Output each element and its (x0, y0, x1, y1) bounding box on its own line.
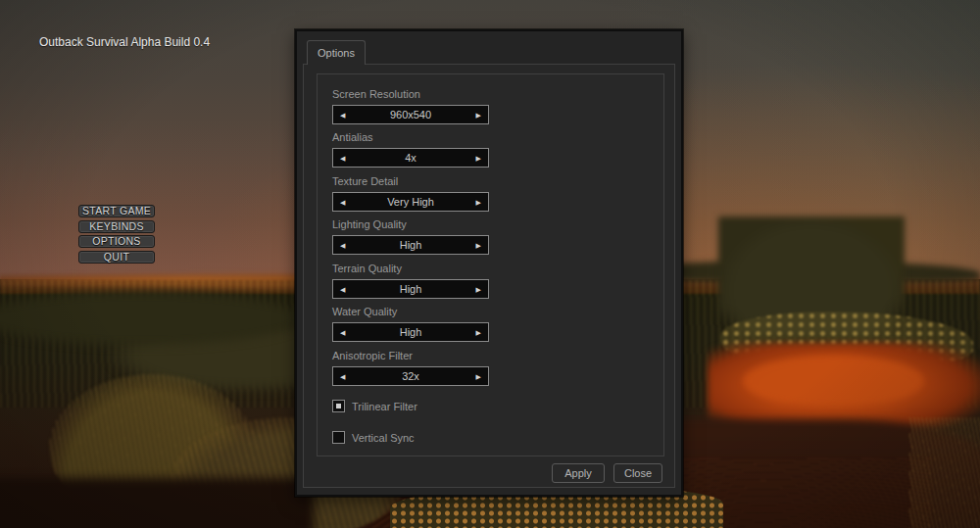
checkbox-label: Trilinear Filter (352, 401, 417, 412)
setting-label: Terrain Quality (332, 263, 489, 275)
water-quality-selector[interactable]: ◀ High ▶ (332, 322, 489, 342)
quit-button[interactable]: QUIT (78, 251, 155, 264)
setting-screen-resolution: Screen Resolution ◀ 960x540 ▶ (332, 88, 489, 124)
setting-water-quality: Water Quality ◀ High ▶ (332, 306, 489, 342)
grass-tussock (49, 374, 255, 521)
chevron-left-icon[interactable]: ◀ (340, 112, 345, 119)
chevron-left-icon[interactable]: ◀ (340, 329, 345, 336)
trilinear-filter-option[interactable]: Trilinear Filter (332, 400, 417, 412)
selector-value: 4x (333, 152, 488, 164)
setting-label: Antialias (332, 131, 489, 144)
grass-clump (0, 292, 304, 345)
selector-value: Very High (333, 196, 488, 208)
chevron-left-icon[interactable]: ◀ (340, 199, 345, 206)
light-foliage (720, 312, 973, 368)
selector-value: High (333, 326, 488, 338)
settings-group-box: Screen Resolution ◀ 960x540 ▶ Antialias … (317, 73, 664, 456)
selector-value: 32x (333, 370, 488, 382)
setting-terrain-quality: Terrain Quality ◀ High ▶ (332, 263, 489, 299)
setting-antialias: Antialias ◀ 4x ▶ (332, 131, 489, 168)
chevron-left-icon[interactable]: ◀ (340, 286, 345, 293)
red-dirt-highlight (743, 356, 924, 407)
vertical-sync-option[interactable]: Vertical Sync (332, 431, 415, 444)
tab-options[interactable]: Options (307, 40, 366, 65)
setting-label: Screen Resolution (332, 88, 489, 101)
main-menu: START GAME KEYBINDS OPTIONS QUIT (78, 205, 155, 265)
antialias-selector[interactable]: ◀ 4x ▶ (332, 148, 489, 168)
setting-label: Water Quality (332, 306, 489, 318)
chevron-right-icon[interactable]: ▶ (476, 155, 481, 162)
apply-button[interactable]: Apply (552, 463, 605, 483)
chevron-left-icon[interactable]: ◀ (340, 155, 345, 162)
vertical-sync-checkbox[interactable] (332, 431, 345, 444)
setting-lighting-quality: Lighting Quality ◀ High ▶ (332, 218, 489, 255)
options-button[interactable]: OPTIONS (78, 235, 155, 248)
chevron-right-icon[interactable]: ▶ (476, 242, 481, 249)
start-game-button[interactable]: START GAME (78, 205, 155, 217)
checkbox-label: Vertical Sync (352, 432, 415, 444)
setting-label: Lighting Quality (332, 218, 489, 231)
anisotropic-filter-selector[interactable]: ◀ 32x ▶ (332, 366, 489, 386)
selector-value: High (333, 239, 488, 251)
game-screen: Outback Survival Alpha Build 0.4 START G… (0, 0, 980, 528)
setting-label: Texture Detail (332, 175, 489, 188)
chevron-right-icon[interactable]: ▶ (476, 373, 481, 380)
close-button[interactable]: Close (613, 463, 662, 483)
setting-anisotropic-filter: Anisotropic Filter ◀ 32x ▶ (332, 350, 489, 386)
options-tab-page: Screen Resolution ◀ 960x540 ▶ Antialias … (303, 64, 675, 488)
grass-wisps (909, 417, 980, 528)
chevron-right-icon[interactable]: ▶ (476, 112, 481, 119)
red-dirt-mound (708, 343, 980, 439)
lighting-quality-selector[interactable]: ◀ High ▶ (332, 235, 489, 255)
chevron-right-icon[interactable]: ▶ (476, 286, 481, 293)
selector-value: 960x540 (333, 109, 488, 120)
game-title: Outback Survival Alpha Build 0.4 (39, 35, 210, 49)
chevron-left-icon[interactable]: ◀ (340, 242, 345, 249)
terrain-quality-selector[interactable]: ◀ High ▶ (332, 279, 489, 299)
selector-value: High (333, 283, 488, 295)
texture-detail-selector[interactable]: ◀ Very High ▶ (332, 192, 489, 212)
trilinear-filter-checkbox[interactable] (332, 400, 345, 412)
far-treeline (647, 261, 980, 282)
chevron-right-icon[interactable]: ▶ (476, 199, 481, 206)
setting-texture-detail: Texture Detail ◀ Very High ▶ (332, 175, 489, 212)
screen-resolution-selector[interactable]: ◀ 960x540 ▶ (332, 105, 489, 124)
setting-label: Anisotropic Filter (332, 350, 489, 362)
large-shrub (718, 216, 905, 336)
options-dialog: Options Screen Resolution ◀ 960x540 ▶ An… (295, 29, 683, 497)
chevron-left-icon[interactable]: ◀ (340, 373, 345, 380)
chevron-right-icon[interactable]: ▶ (476, 329, 481, 336)
keybinds-button[interactable]: KEYBINDS (78, 220, 155, 233)
dark-corner (0, 478, 314, 528)
